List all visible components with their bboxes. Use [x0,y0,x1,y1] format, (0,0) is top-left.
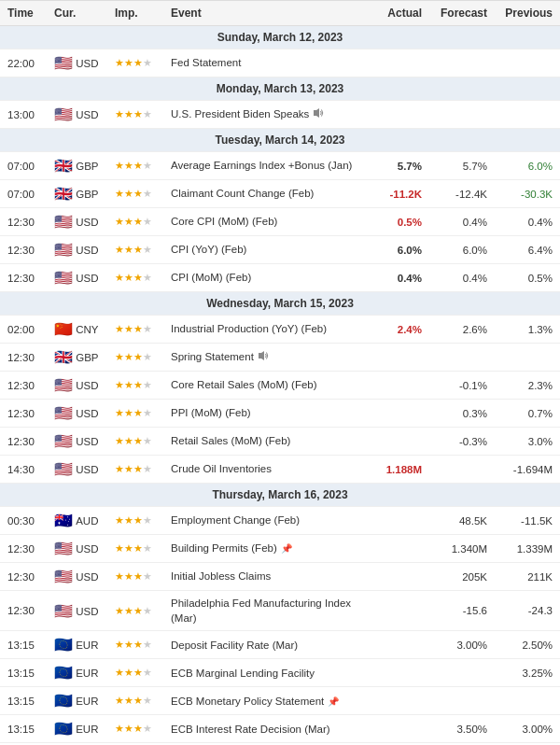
currency-cell: 🇨🇳 CNY [47,316,107,344]
currency-cell: 🇺🇸 USD [47,264,107,292]
time-cell: 14:30 [0,456,47,484]
forecast-value: 0.3% [463,408,487,419]
day-header-label: Monday, March 13, 2023 [0,77,560,101]
table-row: 13:15🇪🇺 EUR★★★★ECB Marginal Lending Faci… [0,659,560,687]
actual-value: 6.0% [398,245,422,256]
currency-label: USD [76,408,98,419]
actual-value: -11.2K [389,189,422,200]
forecast-value: 205K [462,571,487,583]
currency-cell: 🇺🇸 USD [47,400,107,428]
importance-star-empty: ★ [143,351,152,362]
actual-cell [364,563,429,591]
importance-cell: ★★★★ [107,101,163,129]
previous-cell: 3.00% [495,715,560,743]
table-row: 12:30🇺🇸 USD★★★★CPI (YoY) (Feb)6.0%6.0%6.… [0,236,560,264]
table-row: 14:30🇺🇸 USD★★★★Crude Oil Inventories1.18… [0,456,560,484]
forecast-cell: 0.3% [429,400,495,428]
previous-value: -24.3 [528,605,553,616]
importance-stars: ★★★ [115,605,143,616]
forecast-value: 3.50% [456,724,487,735]
importance-star-empty: ★ [143,695,152,706]
forecast-cell [429,659,495,687]
currency-cell: 🇬🇧 GBP [47,180,107,208]
importance-cell: ★★★★ [107,180,163,208]
currency-label: USD [76,436,98,447]
event-cell: CPI (MoM) (Feb) [163,264,364,292]
time-cell: 12:30 [0,591,47,631]
time-cell: 07:00 [0,152,47,180]
flag-icon: 🇺🇸 [54,541,73,556]
day-header-label: Thursday, March 16, 2023 [0,484,560,507]
previous-cell: -30.3K [495,180,560,208]
currency-label: GBP [76,352,98,363]
time-cell: 12:30 [0,400,47,428]
event-label: Initial Jobless Claims [171,570,271,582]
currency-cell: 🇺🇸 USD [47,372,107,400]
importance-star-empty: ★ [143,667,152,678]
currency-label: USD [76,543,98,555]
forecast-value: 1.340M [452,543,487,555]
forecast-cell [429,344,495,372]
flag-icon: 🇨🇳 [54,321,73,337]
actual-cell [364,400,429,428]
importance-cell: ★★★★ [107,208,163,236]
previous-cell: 6.0% [495,152,560,180]
event-label: Retail Sales (MoM) (Feb) [171,435,290,446]
event-cell: Employment Change (Feb) [163,507,364,535]
importance-stars: ★★★ [115,667,143,678]
importance-star-empty: ★ [143,605,152,616]
header-event: Event [163,1,364,26]
importance-cell: ★★★★ [107,400,163,428]
time-cell: 22:00 [0,49,47,77]
actual-cell [364,49,429,77]
event-cell: ECB Marginal Lending Facility [163,659,364,687]
event-label: CPI (YoY) (Feb) [171,244,246,255]
importance-star-empty: ★ [143,463,152,474]
previous-value: 211K [527,571,553,583]
currency-label: EUR [76,724,98,735]
currency-label: CNY [76,324,98,335]
previous-cell [495,49,560,77]
forecast-cell [429,101,495,129]
forecast-cell [429,687,495,715]
importance-stars: ★★★ [115,463,143,474]
importance-stars: ★★★ [115,188,143,199]
importance-cell: ★★★★ [107,659,163,687]
currency-cell: 🇺🇸 USD [47,428,107,456]
table-row: 12:30🇺🇸 USD★★★★CPI (MoM) (Feb)0.4%0.4%0.… [0,264,560,292]
currency-cell: 🇪🇺 EUR [47,631,107,659]
event-label: PPI (MoM) (Feb) [171,407,251,418]
importance-star-empty: ★ [143,323,152,334]
sound-icon [313,107,324,122]
importance-stars: ★★★ [115,108,143,119]
importance-stars: ★★★ [115,244,143,255]
importance-stars: ★★★ [115,379,143,390]
day-header-row: Thursday, March 16, 2023 [0,484,560,507]
forecast-cell: 0.4% [429,264,495,292]
previous-cell: 2.3% [495,372,560,400]
time-cell: 12:30 [0,344,47,372]
currency-label: USD [76,571,98,583]
importance-star-empty: ★ [143,379,152,390]
importance-star-empty: ★ [143,160,152,171]
event-label: CPI (MoM) (Feb) [171,272,251,283]
day-header-label: Wednesday, March 15, 2023 [0,292,560,316]
previous-cell: 2.50% [495,631,560,659]
pin-icon: 📌 [281,542,292,555]
actual-cell [364,428,429,456]
importance-star-empty: ★ [143,108,152,119]
currency-cell: 🇺🇸 USD [47,208,107,236]
event-cell: Crude Oil Inventories [163,456,364,484]
actual-value: 1.188M [386,464,422,475]
event-label: Claimant Count Change (Feb) [171,188,314,199]
event-cell: Industrial Production (YoY) (Feb) [163,316,364,344]
previous-cell: 3.0% [495,428,560,456]
event-cell: Initial Jobless Claims [163,563,364,591]
flag-icon: 🇺🇸 [54,433,73,449]
actual-cell: -11.2K [364,180,429,208]
table-row: 12:30🇺🇸 USD★★★★Philadelphia Fed Manufact… [0,591,560,631]
importance-star-empty: ★ [143,723,152,734]
event-cell: Core CPI (MoM) (Feb) [163,208,364,236]
actual-cell: 0.4% [364,264,429,292]
importance-cell: ★★★★ [107,152,163,180]
